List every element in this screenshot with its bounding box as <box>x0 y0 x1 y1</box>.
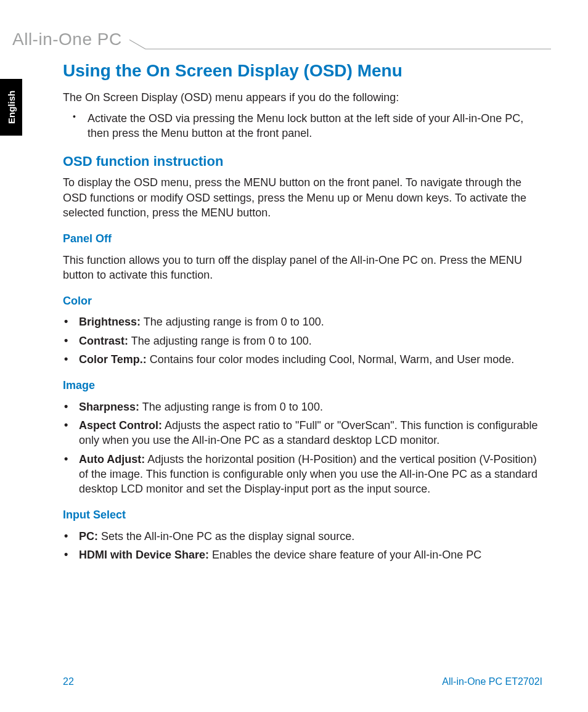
header-rule-decor <box>129 33 551 46</box>
item-text: Contains four color modes including Cool… <box>147 353 515 366</box>
list-item: Color Temp.: Contains four color modes i… <box>63 352 542 367</box>
section-heading-image: Image <box>63 378 542 393</box>
intro-bullet-list: Activate the OSD via pressing the Menu l… <box>63 111 542 141</box>
product-line-title: All-in-One PC <box>12 30 129 49</box>
item-label: Sharpness: <box>79 401 139 413</box>
section-heading-panel-off: Panel Off <box>63 231 542 246</box>
item-text: The adjusting range is from 0 to 100. <box>141 316 324 328</box>
list-item: Aspect Control: Adjusts the aspect ratio… <box>63 418 542 448</box>
model-name: All-in-One PC ET2702I <box>442 676 542 687</box>
list-item: Auto Adjust: Adjusts the horizontal posi… <box>63 452 542 497</box>
language-tab: English <box>0 79 22 136</box>
list-item: Brightness: The adjusting range is from … <box>63 314 542 329</box>
item-label: Aspect Control: <box>79 419 162 432</box>
item-label: HDMI with Device Share: <box>79 549 209 561</box>
item-label: Brightness: <box>79 316 141 328</box>
item-text: The adjusting range is from 0 to 100. <box>128 335 312 347</box>
item-label: Auto Adjust: <box>79 453 145 465</box>
section-heading-osd-function: OSD function instruction <box>63 152 542 171</box>
item-label: Color Temp.: <box>79 353 147 366</box>
item-text: Enables the device share feature of your… <box>209 549 481 561</box>
page-footer: 22 All-in-One PC ET2702I <box>63 676 542 687</box>
item-text: Adjusts the horizontal position (H-Posit… <box>79 453 537 496</box>
list-item: Sharpness: The adjusting range is from 0… <box>63 399 542 414</box>
page-title: Using the On Screen Display (OSD) Menu <box>63 59 542 83</box>
page-header: All-in-One PC <box>12 30 551 49</box>
item-label: PC: <box>79 530 98 542</box>
item-label: Contrast: <box>79 335 128 347</box>
list-item: HDMI with Device Share: Enables the devi… <box>63 547 542 562</box>
section-heading-input-select: Input Select <box>63 507 542 522</box>
color-list: Brightness: The adjusting range is from … <box>63 314 542 367</box>
input-select-list: PC: Sets the All-in-One PC as the displa… <box>63 529 542 563</box>
panel-off-text: This function allows you to turn off the… <box>63 253 542 283</box>
list-item: Activate the OSD via pressing the Menu l… <box>63 111 542 141</box>
osd-function-text: To display the OSD menu, press the MENU … <box>63 175 542 220</box>
image-list: Sharpness: The adjusting range is from 0… <box>63 399 542 497</box>
page-number: 22 <box>63 676 74 687</box>
intro-paragraph: The On Screen Display (OSD) menu appears… <box>63 90 542 105</box>
section-heading-color: Color <box>63 293 542 308</box>
list-item: PC: Sets the All-in-One PC as the displa… <box>63 529 542 544</box>
list-item: Contrast: The adjusting range is from 0 … <box>63 333 542 348</box>
page-content: Using the On Screen Display (OSD) Menu T… <box>63 59 542 566</box>
item-text: Sets the All-in-One PC as the display si… <box>98 530 354 542</box>
item-text: The adjusting range is from 0 to 100. <box>139 401 323 413</box>
